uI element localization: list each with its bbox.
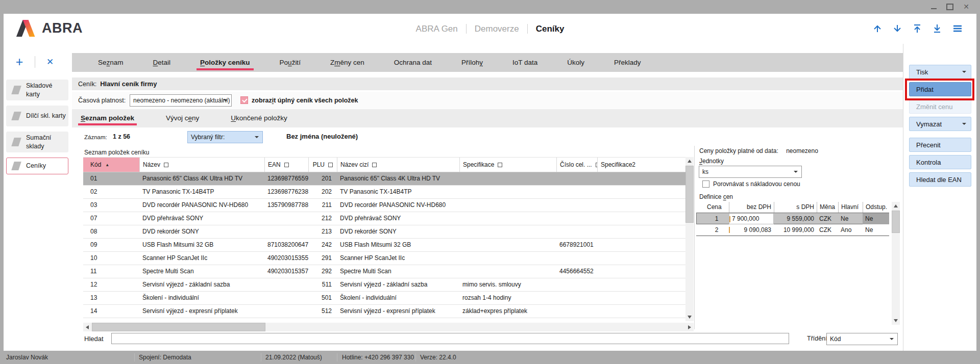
cell-cislo xyxy=(556,252,597,265)
sort-select[interactable]: Kód xyxy=(826,333,898,345)
tab-seznam[interactable]: Seznam xyxy=(83,53,138,72)
items-horizontal-scrollbar[interactable] xyxy=(83,323,694,331)
search-input[interactable] xyxy=(111,333,789,344)
column-filter-icon[interactable] xyxy=(328,163,333,167)
scrollbar-thumb[interactable] xyxy=(92,323,265,331)
column-header-plu[interactable]: PLU xyxy=(308,158,337,172)
column-header-n-zev-ciz[interactable]: Název cizí xyxy=(337,158,459,172)
price-column-s-dph[interactable]: s DPH xyxy=(774,202,817,213)
price-row[interactable]: 29 090,08310 999,000CZKAnoNe xyxy=(696,224,889,236)
sidebar-items: Skladové kartyDílčí skl. kartySumační sk… xyxy=(4,80,72,174)
show-full-pricelist-checkbox[interactable] xyxy=(240,96,248,104)
price-column-odstup[interactable]: Odstup. xyxy=(863,202,889,213)
column-filter-icon[interactable] xyxy=(372,163,377,167)
column-header-specifikace2[interactable]: Specifikace2 xyxy=(597,158,685,172)
table-row[interactable]: 03DVD recordér PANASONIC NV-HD6801357909… xyxy=(83,199,694,212)
price-column-bez-dph[interactable]: bez DPH xyxy=(729,202,774,213)
column-header-n-zev[interactable]: Název xyxy=(139,158,264,172)
column-header-slo-cel[interactable]: Číslo cel. ... xyxy=(556,158,597,172)
hledat-dle-ean-button[interactable]: Hledat dle EAN xyxy=(909,172,971,187)
tab-pou-it[interactable]: Použití xyxy=(265,53,315,72)
validity-select[interactable]: neomezeno - neomezeno (aktuální) xyxy=(130,94,232,107)
cell-bez-dph[interactable]: 7 900,000 xyxy=(729,213,774,224)
scrollbar-up-icon[interactable] xyxy=(685,157,694,165)
items-vertical-scrollbar[interactable] xyxy=(685,157,694,321)
tisk-button[interactable]: Tisk xyxy=(909,65,971,79)
tab-p-eklady[interactable]: Překlady xyxy=(599,53,656,72)
vymazat-button[interactable]: Vymazat xyxy=(909,117,971,131)
tab-detail[interactable]: Detail xyxy=(138,53,186,72)
tab-zm-ny-cen[interactable]: Změny cen xyxy=(315,53,379,72)
tab-koly[interactable]: Úkoly xyxy=(552,53,599,72)
tab-ochrana-dat[interactable]: Ochrana dat xyxy=(379,53,447,72)
scrollbar-down-icon[interactable] xyxy=(685,313,694,321)
scroll-up-icon[interactable] xyxy=(872,23,883,34)
column-filter-icon[interactable] xyxy=(164,163,168,167)
items-table-header: Kód▲NázevEANPLUNázev cizíSpecifikaceČísl… xyxy=(83,157,694,172)
sidebar-item-skladov-karty[interactable]: Skladové karty xyxy=(6,80,68,100)
scrollbar-down-icon[interactable] xyxy=(892,317,900,325)
cell-nazev: DVD přehrávač SONY xyxy=(139,212,264,225)
scrollbar-thumb[interactable] xyxy=(892,211,900,233)
subtab-ukon-en-polo-ky[interactable]: Ukončené položky xyxy=(228,109,289,127)
table-row[interactable]: 02TV Panasonic TX-14B4TP123698776238202T… xyxy=(83,186,694,199)
tab-iot-data[interactable]: IoT data xyxy=(498,53,552,72)
p-idat-button[interactable]: Přidat xyxy=(909,82,971,96)
scrollbar-thumb[interactable] xyxy=(685,166,694,223)
sidebar-item-d-l-skl-karty[interactable]: Dílčí skl. karty xyxy=(6,106,68,126)
status-separator xyxy=(261,353,261,361)
cell-bez-dph: 9 090,083 xyxy=(729,224,774,236)
column-header-ean[interactable]: EAN xyxy=(264,158,308,172)
chevron-down-icon xyxy=(962,71,966,75)
units-select[interactable]: ks xyxy=(699,166,802,178)
scroll-bottom-icon[interactable] xyxy=(932,23,942,34)
scroll-down-icon[interactable] xyxy=(892,23,902,34)
table-row[interactable]: 08DVD rekordér SONY213DVD rekordér SONY xyxy=(83,225,694,239)
subtab-v-voj-ceny[interactable]: Vývoj ceny xyxy=(163,109,202,127)
close-icon[interactable]: ✕ xyxy=(961,2,972,12)
maximize-icon[interactable] xyxy=(944,2,955,12)
cell-spec2 xyxy=(597,305,685,318)
cell-ean xyxy=(264,225,308,238)
column-filter-icon[interactable] xyxy=(284,163,289,167)
table-row[interactable]: 11Spectre Multi Scan490203015357292Spect… xyxy=(83,265,694,278)
tab-polo-ky-cen-ku[interactable]: Položky ceníku xyxy=(185,53,265,72)
table-row[interactable]: 10Scanner HP ScanJet IIc490203015355291S… xyxy=(83,252,694,265)
scrollbar-left-icon[interactable] xyxy=(83,323,91,331)
cell-nazev_cizi: TV Panasonic TX-14B4TP xyxy=(337,186,459,198)
close-module-button[interactable]: ✕ xyxy=(45,57,55,67)
table-row[interactable]: 09USB Flash Mitsumi 32 GB871038200647242… xyxy=(83,239,694,252)
add-module-button[interactable]: + xyxy=(14,56,24,68)
table-row[interactable]: 13Školení - individuální501Školení - ind… xyxy=(83,292,694,305)
scroll-top-icon[interactable] xyxy=(912,23,922,34)
menu-icon[interactable] xyxy=(952,23,963,34)
table-row[interactable]: 12Servisní výjezd - základní sazba511Ser… xyxy=(83,278,694,292)
price-row[interactable]: 17 900,0009 559,000CZKNeNe xyxy=(696,213,889,224)
price-column-cena[interactable]: Cena xyxy=(704,202,729,213)
column-filter-icon[interactable] xyxy=(498,163,502,167)
scrollbar-up-icon[interactable] xyxy=(892,202,900,210)
p-ecenit-button[interactable]: Přecenit xyxy=(909,138,971,152)
cell-cislo xyxy=(556,278,597,291)
price-column-m-na[interactable]: Měna xyxy=(817,202,838,213)
kontrola-button[interactable]: Kontrola xyxy=(909,155,971,169)
table-row[interactable]: 01Panasonic 65" Class 4K Ultra HD TV1236… xyxy=(83,172,694,186)
filter-select[interactable]: Vybraný filtr: xyxy=(187,131,263,143)
tab-p-lohy[interactable]: Přílohy xyxy=(447,53,498,72)
compare-cost-checkbox[interactable] xyxy=(702,180,709,188)
search-label: Hledat xyxy=(84,335,104,343)
detail-vertical-scrollbar[interactable] xyxy=(892,202,900,325)
cell-plu: 211 xyxy=(308,199,337,212)
subtab-seznam-polo-ek[interactable]: Seznam položek xyxy=(78,109,137,127)
cell-nazev: DVD rekordér SONY xyxy=(139,225,264,238)
column-header-specifikace[interactable]: Specifikace xyxy=(459,158,556,172)
sidebar-item-suma-n-sklady[interactable]: Sumační sklady xyxy=(6,132,68,152)
sidebar-item-cen-ky[interactable]: Ceníky xyxy=(6,158,68,174)
scrollbar-right-icon[interactable] xyxy=(685,323,694,331)
table-row[interactable]: 07DVD přehrávač SONY212DVD přehrávač SON… xyxy=(83,212,694,225)
column-header-k-d[interactable]: Kód▲ xyxy=(83,158,139,172)
actions-panel: TiskPřidatZměnit cenuVymazatPřecenitKont… xyxy=(903,44,976,351)
table-row[interactable]: 14Servisní výjezd - expresní příplatek51… xyxy=(83,305,694,318)
minimize-icon[interactable] xyxy=(928,2,939,12)
price-column-hlavn[interactable]: Hlavní xyxy=(838,202,863,213)
